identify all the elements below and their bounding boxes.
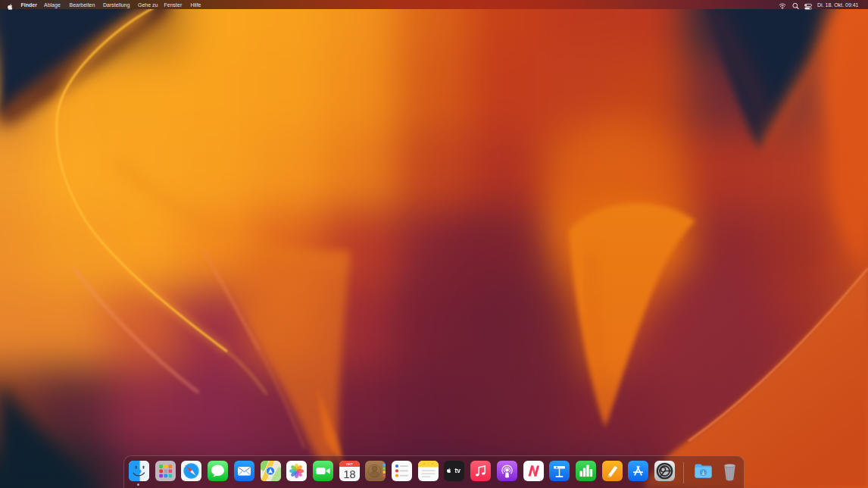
svg-text:18: 18 <box>343 468 355 480</box>
svg-text:tv: tv <box>455 467 461 474</box>
svg-text:OKT: OKT <box>346 462 353 466</box>
